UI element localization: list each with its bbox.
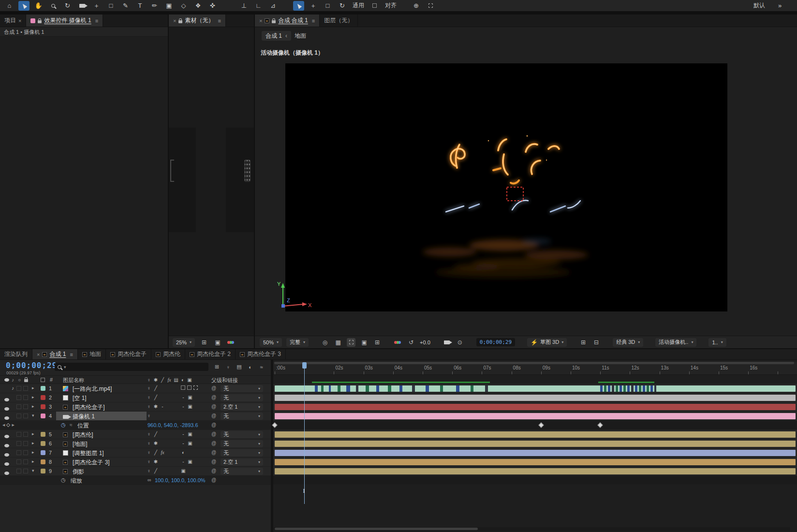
pick-whip-icon[interactable]: @ (211, 477, 216, 483)
timeline-tab[interactable]: 渲染队列 (0, 349, 32, 359)
composition-view[interactable] (285, 63, 727, 311)
switch-sun-icon[interactable]: ✱ (153, 459, 158, 464)
switch-dash-icon[interactable]: - (181, 404, 186, 409)
shared-view-icon[interactable]: ⊟ (592, 338, 601, 347)
parent-select[interactable]: 无▾ (221, 440, 263, 447)
rotate-gizmo-icon[interactable]: ↻ (337, 1, 348, 11)
frame-blend-icon[interactable]: ▤ (235, 363, 243, 371)
label-color-swatch[interactable] (41, 432, 45, 437)
switch-slash-icon[interactable]: ╱ (153, 395, 158, 400)
layer-row[interactable]: ▸3[周杰伦盒子]♀✱--▣@2.空 1▾ (0, 402, 271, 412)
mask-edges-icon[interactable] (347, 338, 355, 347)
gizmo-select-icon[interactable] (293, 1, 304, 11)
lock-cell[interactable] (23, 414, 28, 418)
switch-shy-icon[interactable]: ♀ (147, 377, 151, 383)
solo-cell[interactable] (16, 459, 21, 464)
resolution-select[interactable]: 完整 ▾ (286, 338, 309, 347)
current-time-indicator[interactable] (304, 363, 305, 504)
timeline-tab[interactable]: 地面 (78, 349, 106, 359)
tab-project[interactable]: 项目 × (0, 15, 26, 27)
switch-fx-icon[interactable]: fx (160, 450, 165, 455)
snap-label[interactable]: 对齐 (385, 1, 397, 10)
pen-tool[interactable]: ✎ (120, 1, 131, 11)
switch-slash-icon[interactable]: ╱ (153, 431, 158, 437)
switch-shy-icon[interactable]: ♀ (147, 404, 151, 409)
hand-tool[interactable]: ✋ (33, 1, 44, 11)
region-of-interest-icon[interactable]: ▣ (213, 338, 222, 347)
switch-shy-icon[interactable]: ♀ (147, 468, 151, 473)
label-color-swatch[interactable] (41, 395, 45, 400)
switch-shy-icon[interactable]: ♀ (147, 431, 151, 437)
visibility-toggle[interactable] (4, 396, 9, 403)
shy-icon[interactable]: ♀ (224, 363, 232, 371)
switch-cube-icon[interactable]: ▣ (188, 431, 192, 437)
switch-sun-icon[interactable]: ✱ (153, 377, 158, 383)
puppet-pin-tool[interactable]: ✜ (207, 1, 218, 11)
switch-shy-icon[interactable]: ♀ (147, 413, 151, 418)
switch-cube-icon[interactable]: ▣ (181, 468, 186, 473)
view-count-select[interactable]: 1.. ▾ (708, 338, 726, 347)
solo-cell[interactable] (16, 404, 21, 409)
tab-layer[interactable]: 图层（无） (320, 15, 358, 27)
layer-name[interactable]: [周杰伦] (73, 431, 93, 439)
switch-sun-icon[interactable]: ✱ (153, 441, 158, 446)
property-name[interactable]: 位置 (77, 422, 89, 430)
pick-whip-icon[interactable]: @ (211, 422, 216, 428)
switch-blend-icon[interactable]: ▤ (174, 377, 178, 383)
solo-cell[interactable] (16, 469, 21, 473)
view-select[interactable]: 活动摄像机.. ▾ (655, 338, 696, 347)
lock-cell[interactable] (23, 395, 28, 400)
switch-adj-icon[interactable]: ◐ (181, 450, 186, 455)
tab-composition[interactable]: × 合成 合成 1 ≡ (255, 15, 320, 27)
timeline-tab[interactable]: 周杰伦 (151, 349, 185, 359)
roto-brush-tool[interactable]: ❖ (192, 1, 204, 11)
parent-select[interactable]: 无▾ (221, 449, 263, 457)
time-ruler[interactable]: :00s02s03s04s05s06s07s08s09s10s11s12s13s… (273, 362, 797, 375)
workspace-label[interactable]: 默认 (753, 1, 765, 10)
parent-select[interactable]: 无▾ (221, 385, 263, 392)
twirl-arrow[interactable]: ▸ (32, 459, 34, 464)
stopwatch-icon[interactable]: ◷ (61, 477, 66, 483)
motion-blur-icon[interactable]: ◐ (246, 363, 254, 371)
parent-select[interactable]: 2.空 1▾ (221, 403, 263, 411)
twirl-arrow[interactable]: ▸ (32, 395, 34, 399)
transparency-grid-icon[interactable]: ▦ (334, 338, 342, 347)
graph-editor-icon[interactable]: ≈ (257, 363, 266, 371)
lock-cell[interactable] (23, 432, 28, 437)
parent-select[interactable]: 2.空 1▾ (221, 458, 263, 466)
timeline-tab[interactable]: 周杰伦盒子 2 (185, 349, 236, 359)
selection-tool[interactable] (18, 1, 30, 11)
switch-slash-icon[interactable]: ╱ (153, 468, 158, 473)
twirl-arrow[interactable]: ▸ (32, 385, 34, 390)
visibility-toggle[interactable] (4, 470, 9, 476)
label-color-swatch[interactable] (41, 386, 45, 391)
constrain-proportions-icon[interactable]: ∞ (148, 477, 151, 483)
switch-fx-icon[interactable]: fx (167, 377, 172, 383)
timeline-tab[interactable]: 周杰伦盒子 (106, 349, 151, 359)
layer-row[interactable]: ▸5[周杰伦]♀╱-▣@无▾ (0, 430, 271, 439)
brush-tool[interactable]: ✏ (149, 1, 160, 11)
visibility-toggle[interactable] (4, 414, 9, 421)
layer-duration-bar[interactable] (275, 450, 796, 456)
shape-tool[interactable]: □ (105, 1, 117, 11)
close-icon[interactable]: × (37, 352, 40, 357)
visibility-toggle[interactable] (4, 451, 9, 458)
camera-tool[interactable] (76, 1, 88, 11)
parent-pick-whip-icon[interactable]: @ (211, 404, 216, 409)
parent-pick-whip-icon[interactable]: @ (211, 431, 216, 437)
switch-slash-icon[interactable]: ╱ (160, 377, 165, 383)
layer-name[interactable]: 倒影 (73, 468, 84, 476)
current-time-field[interactable]: 0;00;00;29 (6, 361, 57, 370)
lock-cell[interactable] (23, 386, 28, 391)
layer-row[interactable]: ▾9倒影♀╱▣@无▾ (0, 467, 271, 476)
lock-cell[interactable] (23, 450, 28, 455)
switch-shy-icon[interactable]: ♀ (147, 441, 151, 446)
work-area-bar[interactable] (274, 362, 794, 364)
twirl-arrow[interactable]: ▸ (32, 441, 34, 445)
home-icon[interactable]: ⌂ (4, 1, 15, 11)
exposure-value[interactable]: +0.0 (420, 340, 430, 345)
next-keyframe-icon[interactable]: ▶ (12, 423, 14, 427)
label-color-swatch[interactable] (41, 441, 45, 446)
region-of-interest-icon[interactable]: ▣ (360, 338, 369, 347)
tab-effect-controls[interactable]: 效果控件 摄像机 1 ≡ (26, 15, 103, 27)
